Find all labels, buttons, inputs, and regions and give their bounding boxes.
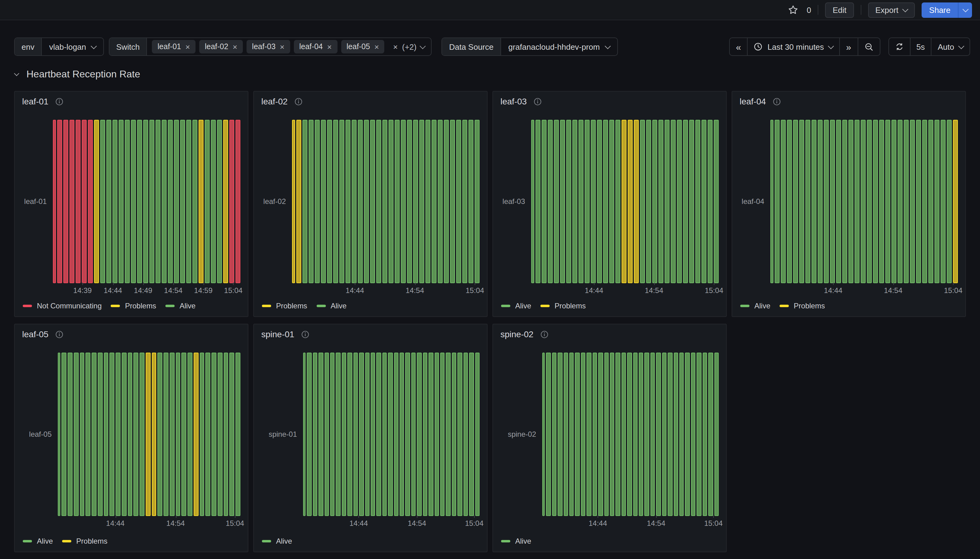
legend-item[interactable]: Alive (740, 302, 770, 310)
edit-button[interactable]: Edit (826, 2, 854, 18)
legend-item[interactable]: Alive (23, 537, 53, 546)
status-bar-alive (854, 120, 859, 283)
status-bar-alive (106, 120, 111, 283)
share-button[interactable]: Share (922, 2, 972, 18)
status-bar-alive (444, 120, 449, 283)
panel-header[interactable]: spine-02 (501, 329, 548, 339)
status-bar-alive (122, 352, 127, 516)
status-bar-alive (665, 120, 670, 283)
zoom-out-button[interactable] (857, 38, 879, 55)
time-range-group: « Last 30 minutes » (729, 38, 880, 56)
status-bar-alive (308, 120, 313, 283)
star-count: 0 (807, 5, 811, 15)
legend-item[interactable]: Alive (501, 302, 531, 310)
legend-item[interactable]: Problems (62, 537, 107, 546)
legend-marker (501, 540, 510, 543)
x-axis: 14:4414:5415:04 (531, 283, 719, 297)
status-bar-alive (156, 120, 161, 283)
panel-header[interactable]: leaf-03 (501, 96, 542, 106)
info-icon (55, 98, 63, 105)
status-bar-alive (164, 352, 169, 516)
status-bar-alive (558, 352, 562, 516)
divider (818, 5, 819, 15)
panel-header[interactable]: leaf-02 (261, 96, 302, 106)
switch-tag[interactable]: leaf-03× (247, 40, 290, 53)
status-bar-alive (358, 120, 362, 283)
panel-header[interactable]: spine-01 (261, 329, 309, 339)
status-bar-alive (407, 120, 412, 283)
time-range-picker[interactable]: Last 30 minutes (747, 38, 839, 55)
tag-remove-icon[interactable]: × (375, 43, 379, 51)
share-menu-button[interactable] (958, 2, 972, 18)
status-bar-alive (158, 352, 163, 516)
legend-item[interactable]: Problems (262, 302, 307, 310)
status-bar-not-communicating (69, 120, 74, 283)
datasource-dropdown[interactable]: grafanacloud-hhdev-prom (501, 42, 617, 51)
switch-tag[interactable]: leaf-04× (294, 40, 338, 53)
refresh-button[interactable] (889, 38, 910, 55)
panel-header[interactable]: leaf-01 (22, 96, 63, 106)
export-button[interactable]: Export (868, 2, 915, 18)
row-heartbeat-reception-rate[interactable]: Heartbeat Reception Rate (15, 69, 140, 80)
star-button[interactable] (786, 3, 800, 17)
legend-item[interactable]: Problems (541, 302, 585, 310)
clear-all-icon[interactable]: × (393, 42, 398, 51)
legend-item[interactable]: Alive (166, 302, 196, 310)
switch-tag[interactable]: leaf-05× (341, 40, 385, 53)
chevron-down-icon (958, 43, 964, 49)
panel-leaf-02: leaf-02leaf-0214:4414:5415:04ProblemsAli… (253, 91, 488, 317)
status-bar-alive (112, 120, 117, 283)
x-axis-tick (893, 283, 894, 285)
status-bar-problems (151, 352, 156, 516)
tag-remove-icon[interactable]: × (280, 43, 284, 51)
status-bar-alive (811, 120, 816, 283)
status-bar-alive (353, 352, 358, 516)
legend-item[interactable]: Problems (779, 302, 825, 310)
legend-item[interactable]: Alive (262, 537, 292, 546)
clock-icon (754, 42, 763, 51)
status-bar-alive (793, 120, 798, 283)
status-bar-alive (211, 120, 216, 283)
panel-leaf-01: leaf-01leaf-0114:3914:4414:4914:5414:591… (14, 91, 249, 317)
status-bar-alive (149, 120, 154, 283)
star-icon (788, 5, 798, 15)
x-axis-tick (598, 515, 599, 518)
env-value-dropdown[interactable]: vlab-logan (42, 42, 103, 51)
status-history-plot (53, 120, 240, 283)
panel-header[interactable]: leaf-04 (740, 96, 781, 106)
switch-tag[interactable]: leaf-01× (152, 40, 196, 53)
chevron-down-icon (902, 6, 909, 12)
refresh-mode-dropdown[interactable]: Auto (931, 38, 970, 55)
time-shift-forward-button[interactable]: » (839, 38, 857, 55)
legend-item[interactable]: Not Communicating (23, 302, 102, 310)
status-bar-alive (564, 352, 568, 516)
legend-label: Problems (555, 302, 585, 310)
refresh-interval[interactable]: 5s (910, 38, 931, 55)
switch-tag[interactable]: leaf-02× (199, 40, 243, 53)
legend-item[interactable]: Problems (111, 302, 156, 310)
status-bar-alive (646, 120, 651, 283)
status-bar-alive (192, 120, 197, 283)
panel-legend: AliveProblems (23, 537, 107, 546)
status-bar-problems (292, 120, 295, 283)
legend-label: Alive (276, 537, 292, 546)
x-axis: 14:3914:4414:4914:5414:5915:04 (53, 283, 240, 297)
x-axis-tick (474, 515, 475, 518)
panel-header[interactable]: leaf-05 (22, 329, 63, 339)
status-bar-problems (146, 352, 151, 516)
info-icon (540, 330, 548, 338)
legend-item[interactable]: Alive (501, 537, 531, 546)
switch-overflow-dropdown[interactable]: × (+2) (390, 42, 431, 51)
status-bar-alive (861, 120, 866, 283)
legend-item[interactable]: Alive (316, 302, 347, 310)
status-bar-alive (450, 120, 455, 283)
time-shift-back-button[interactable]: « (730, 38, 747, 55)
status-bar-alive (609, 120, 614, 283)
panel-leaf-04: leaf-04leaf-0414:4414:5415:04AliveProble… (731, 91, 966, 317)
status-bar-problems (199, 120, 204, 283)
status-bar-alive (587, 352, 591, 516)
x-axis-tick (656, 515, 657, 518)
tag-remove-icon[interactable]: × (327, 43, 332, 51)
tag-remove-icon[interactable]: × (186, 43, 190, 51)
tag-remove-icon[interactable]: × (233, 43, 237, 51)
